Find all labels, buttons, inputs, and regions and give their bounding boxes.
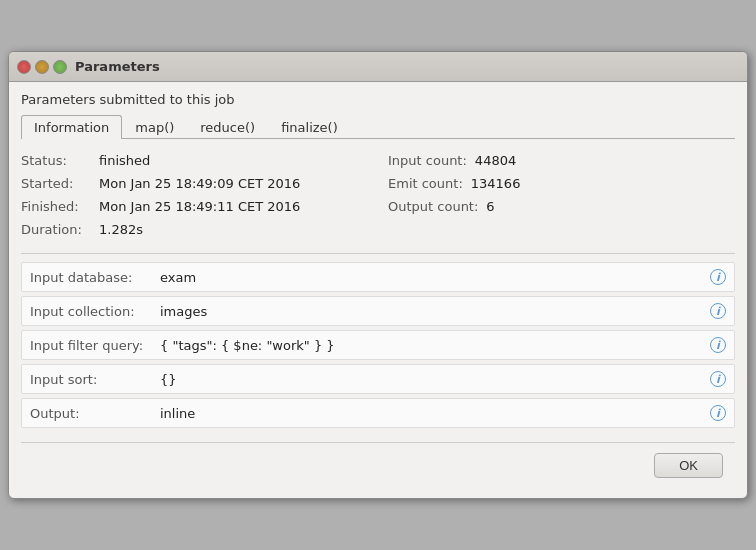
minimize-button[interactable] bbox=[35, 60, 49, 74]
param-value-input-collection: images bbox=[160, 304, 706, 319]
info-icon-input-filter-query[interactable]: i bbox=[710, 337, 726, 353]
titlebar: Parameters bbox=[9, 52, 747, 82]
param-value-input-filter-query: { "tags": { $ne: "work" } } bbox=[160, 338, 706, 353]
param-label-input-collection: Input collection: bbox=[30, 304, 160, 319]
window-controls bbox=[17, 60, 67, 74]
window-body: Parameters submitted to this job Informa… bbox=[9, 82, 747, 498]
param-row-input-database: Input database:exami bbox=[21, 262, 735, 292]
footer: OK bbox=[21, 442, 735, 488]
close-button[interactable] bbox=[17, 60, 31, 74]
tab-bar: Information map() reduce() finalize() bbox=[21, 115, 735, 139]
duration-row: Duration: 1.282s bbox=[21, 220, 368, 239]
param-value-input-sort: {} bbox=[160, 372, 706, 387]
started-value: Mon Jan 25 18:49:09 CET 2016 bbox=[99, 176, 300, 191]
emit-count-label: Emit count: bbox=[388, 176, 463, 191]
param-label-input-database: Input database: bbox=[30, 270, 160, 285]
param-value-input-database: exam bbox=[160, 270, 706, 285]
parameters-window: Parameters Parameters submitted to this … bbox=[8, 51, 748, 499]
param-label-input-filter-query: Input filter query: bbox=[30, 338, 160, 353]
tab-map[interactable]: map() bbox=[122, 115, 187, 139]
info-icon-input-database[interactable]: i bbox=[710, 269, 726, 285]
divider bbox=[21, 253, 735, 254]
maximize-button[interactable] bbox=[53, 60, 67, 74]
tab-reduce[interactable]: reduce() bbox=[187, 115, 268, 139]
started-row: Started: Mon Jan 25 18:49:09 CET 2016 bbox=[21, 174, 368, 193]
param-label-input-sort: Input sort: bbox=[30, 372, 160, 387]
param-rows: Input database:examiInput collection:ima… bbox=[21, 262, 735, 432]
input-count-row: Input count: 44804 bbox=[388, 151, 735, 170]
tab-information[interactable]: Information bbox=[21, 115, 122, 139]
info-grid: Status: finished Input count: 44804 Star… bbox=[21, 151, 735, 239]
info-icon-input-collection[interactable]: i bbox=[710, 303, 726, 319]
tab-finalize[interactable]: finalize() bbox=[268, 115, 351, 139]
finished-value: Mon Jan 25 18:49:11 CET 2016 bbox=[99, 199, 300, 214]
param-value-output: inline bbox=[160, 406, 706, 421]
info-icon-input-sort[interactable]: i bbox=[710, 371, 726, 387]
emit-count-value: 134166 bbox=[471, 176, 521, 191]
window-title: Parameters bbox=[75, 59, 160, 74]
input-count-value: 44804 bbox=[475, 153, 516, 168]
ok-button[interactable]: OK bbox=[654, 453, 723, 478]
param-row-input-collection: Input collection:imagesi bbox=[21, 296, 735, 326]
status-value: finished bbox=[99, 153, 150, 168]
param-row-input-filter-query: Input filter query:{ "tags": { $ne: "wor… bbox=[21, 330, 735, 360]
emit-count-row: Emit count: 134166 bbox=[388, 174, 735, 193]
output-count-row: Output count: 6 bbox=[388, 197, 735, 216]
finished-label: Finished: bbox=[21, 199, 91, 214]
input-count-label: Input count: bbox=[388, 153, 467, 168]
info-icon-output[interactable]: i bbox=[710, 405, 726, 421]
param-label-output: Output: bbox=[30, 406, 160, 421]
subtitle: Parameters submitted to this job bbox=[21, 92, 735, 107]
status-label: Status: bbox=[21, 153, 91, 168]
started-label: Started: bbox=[21, 176, 91, 191]
output-count-value: 6 bbox=[486, 199, 494, 214]
param-row-input-sort: Input sort:{}i bbox=[21, 364, 735, 394]
output-count-label: Output count: bbox=[388, 199, 478, 214]
param-row-output: Output:inlinei bbox=[21, 398, 735, 428]
finished-row: Finished: Mon Jan 25 18:49:11 CET 2016 bbox=[21, 197, 368, 216]
duration-label: Duration: bbox=[21, 222, 91, 237]
status-row: Status: finished bbox=[21, 151, 368, 170]
duration-value: 1.282s bbox=[99, 222, 143, 237]
